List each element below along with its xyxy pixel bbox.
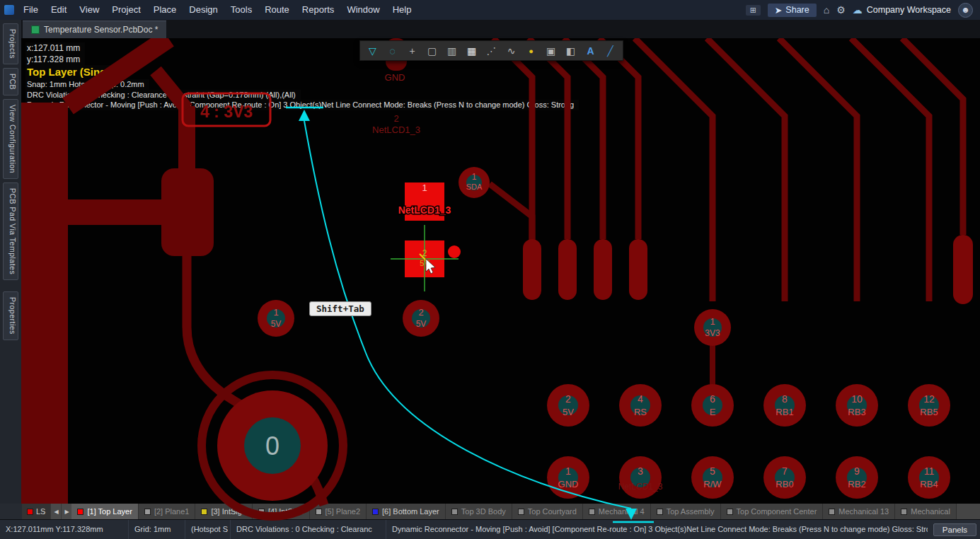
layer-tab-top-assembly[interactable]: Top Assembly: [651, 504, 721, 519]
layer-tab-top-courtyard[interactable]: Top Courtyard: [512, 504, 583, 519]
pad-row1-6-e[interactable]: 6 E: [691, 384, 734, 427]
pad-net: R/W: [703, 479, 722, 489]
pad-row2-5-rw[interactable]: 5 R/W: [691, 456, 734, 499]
layer-set-selector[interactable]: LS: [22, 504, 50, 519]
pad-row1-4-rs[interactable]: 4 RS: [619, 384, 662, 427]
shortcut-tooltip: Shift+Tab: [309, 301, 371, 316]
sidebar-item-pcb-pad-via-templates[interactable]: PCB Pad Via Templates: [3, 182, 18, 280]
pad-row1-2-5v[interactable]: 2 5V: [547, 384, 589, 427]
marquee-select-icon[interactable]: ▢: [422, 42, 442, 60]
pad-net: NetLCD1_3: [398, 204, 451, 216]
pad-row2-7-rb0[interactable]: 7 RB0: [763, 456, 806, 499]
big-round-pad[interactable]: 0: [202, 375, 343, 516]
menu-view[interactable]: View: [73, 0, 105, 20]
histogram-icon[interactable]: ▥: [442, 42, 461, 60]
pad-number: 1: [422, 182, 427, 193]
layer-tab-plane2[interactable]: [5] Plane2: [310, 504, 367, 519]
pad-number: 1: [710, 316, 715, 327]
layer-tab-intsig1[interactable]: [3] IntSig1: [195, 504, 253, 519]
sidebar-item-projects[interactable]: Projects: [3, 23, 18, 64]
menu-design[interactable]: Design: [183, 0, 224, 20]
menu-place[interactable]: Place: [147, 0, 183, 20]
layer-swatch: [201, 509, 207, 515]
left-panel-rail: Projects PCB View Configuration PCB Pad …: [0, 20, 21, 504]
menu-help[interactable]: Help: [386, 0, 418, 20]
pad-5v-mid[interactable]: 2 5V: [403, 300, 439, 337]
pcb-editor-canvas[interactable]: 4 : 3V3 GND 2 NetLCD1_3 0 1 SDA: [21, 38, 980, 504]
grid-icon[interactable]: ▦: [462, 42, 481, 60]
menu-edit[interactable]: Edit: [45, 0, 73, 20]
gear-icon[interactable]: ⚙: [836, 3, 846, 17]
menu-reports[interactable]: Reports: [296, 0, 341, 20]
layer-tab-mechanical-13[interactable]: Mechanical 13: [823, 504, 895, 519]
pad-row2-9-rb2[interactable]: 9 RB2: [836, 456, 878, 499]
menu-window[interactable]: Window: [340, 0, 386, 20]
pad-row2-3[interactable]: 3 NetLCD1_3: [618, 456, 663, 499]
mask-icon[interactable]: ◧: [561, 42, 580, 60]
pad-number: 1: [273, 307, 278, 318]
pad-net: E: [710, 407, 716, 417]
menu-file[interactable]: File: [17, 0, 45, 20]
highlight-pin-icon[interactable]: ●: [521, 42, 541, 60]
layer-tab-top-layer[interactable]: [1] Top Layer: [71, 504, 138, 519]
line-icon[interactable]: ╱: [601, 42, 620, 60]
layer-tab-label: Mechanical 13: [838, 507, 889, 516]
layer-tab-mechanical-4[interactable]: Mechanical 4: [583, 504, 651, 519]
polyline-route-icon[interactable]: ⋰: [482, 42, 501, 60]
sidebar-item-properties[interactable]: Properties: [3, 291, 18, 340]
pad-row1-8-rb1[interactable]: 8 RB1: [763, 384, 806, 427]
layer-scroll-right-icon[interactable]: ▶: [61, 504, 71, 519]
panels-button[interactable]: Panels: [933, 523, 976, 536]
pad-number: 7: [782, 465, 788, 477]
layer-tabs-bar: LS ◀ ▶ [1] Top Layer [2] Plane1 [3] IntS…: [0, 504, 980, 519]
share-button[interactable]: ➤ Share: [768, 4, 817, 17]
pad-row1-12-rb5[interactable]: 12 RB5: [908, 384, 950, 427]
pad-net: 5V: [271, 319, 282, 329]
image-icon[interactable]: ▣: [541, 42, 560, 60]
smd-pad-1[interactable]: 1 NetLCD1_3: [398, 182, 451, 221]
layer-tab-intsig2[interactable]: [4] IntSig2: [253, 504, 310, 519]
layer-tab-label: Top 3D Body: [461, 507, 506, 516]
layer-tab-plane1[interactable]: [2] Plane1: [139, 504, 196, 519]
user-avatar[interactable]: ☻: [958, 3, 973, 18]
menu-project[interactable]: Project: [105, 0, 146, 20]
layer-tab-bottom-layer[interactable]: [6] Bottom Layer: [367, 504, 446, 519]
layer-swatch: [657, 509, 663, 515]
text-icon[interactable]: A: [581, 42, 600, 60]
layer-swatch: [144, 509, 151, 515]
layer-scroll-left-icon[interactable]: ◀: [50, 504, 61, 519]
comment-add-icon[interactable]: ⊞: [746, 5, 761, 16]
lasso-select-icon[interactable]: ◌: [383, 42, 402, 60]
layer-tab-top-component-center[interactable]: Top Component Center: [721, 504, 824, 519]
menu-route[interactable]: Route: [258, 0, 296, 20]
layer-tab-label: Mechanical: [911, 507, 950, 516]
pad-5v-left[interactable]: 1 5V: [258, 300, 294, 337]
layer-tab-label: [1] Top Layer: [87, 507, 132, 516]
pad-row1-10-rb3[interactable]: 10 RB3: [836, 384, 878, 427]
home-icon[interactable]: ⌂: [824, 3, 829, 17]
pad-number: 2: [418, 307, 423, 318]
hud-snap: Snap: 1mm Hotspot Snap: 0.2mm: [25, 79, 149, 90]
ghost-pad-net: NetLCD1_3: [372, 124, 420, 135]
document-tab-active[interactable]: Temperature Sensor.PcbDoc *: [23, 21, 166, 38]
smd-pad-2-moving[interactable]: 2 5V: [391, 225, 461, 291]
pad-row2-1-gnd[interactable]: 1 GND: [547, 456, 589, 499]
sidebar-item-pcb[interactable]: PCB: [3, 68, 18, 95]
pad-number: 9: [854, 465, 860, 477]
wave-icon[interactable]: ∿: [502, 42, 521, 60]
layer-tab-mechanical[interactable]: Mechanical: [895, 504, 957, 519]
layer-tab-label: [6] Bottom Layer: [382, 507, 439, 516]
workspace-selector[interactable]: ☁ Company Workspace: [853, 4, 951, 16]
pad-row2-11-rb4[interactable]: 11 RB4: [908, 456, 950, 499]
filter-icon[interactable]: ▽: [363, 42, 382, 60]
pad-net: 5V: [563, 407, 574, 417]
pad-3v3[interactable]: 1 3V3: [694, 309, 731, 346]
sidebar-item-view-configuration[interactable]: View Configuration: [3, 99, 18, 179]
pad-sda[interactable]: 1 SDA: [459, 167, 490, 198]
move-icon[interactable]: +: [403, 42, 422, 60]
workspace-label: Company Workspace: [867, 5, 951, 15]
slot-pads[interactable]: [523, 235, 973, 304]
menu-tools[interactable]: Tools: [224, 0, 258, 20]
pad-net: RB4: [920, 479, 938, 489]
layer-tab-top-3d-body[interactable]: Top 3D Body: [446, 504, 512, 519]
